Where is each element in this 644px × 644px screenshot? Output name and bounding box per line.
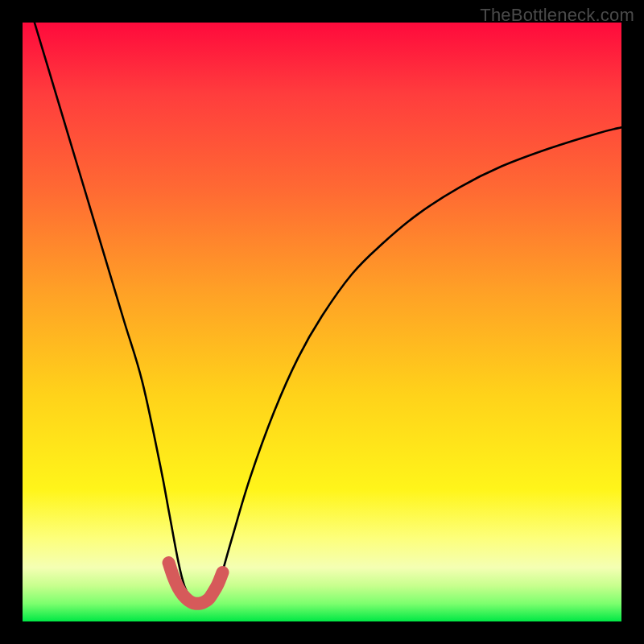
- watermark-text: TheBottleneck.com: [480, 5, 634, 26]
- bottleneck-curve: [35, 23, 621, 606]
- chart-svg: [23, 23, 621, 621]
- chart-plot-area: [23, 23, 621, 621]
- highlight-segment: [169, 563, 223, 604]
